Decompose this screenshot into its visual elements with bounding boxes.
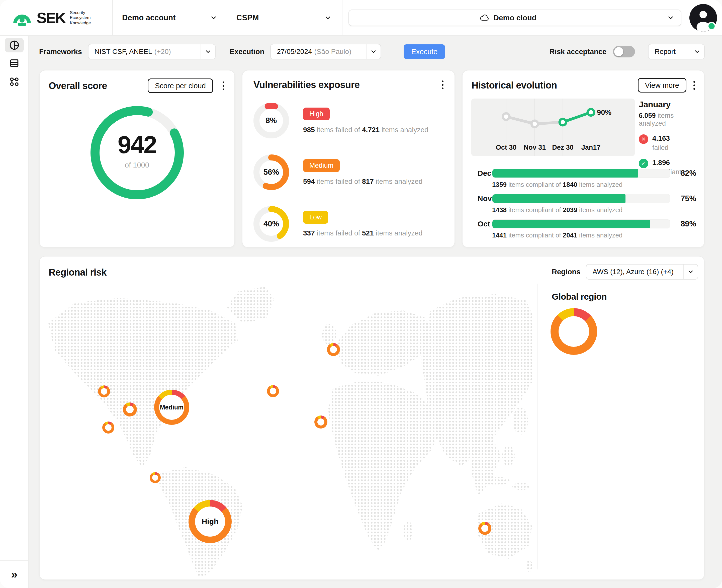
month-label: Dec — [477, 169, 492, 177]
severity-info: High 985 items failed of 4.721 items ana… — [303, 108, 428, 134]
legend-month: January — [639, 100, 699, 109]
month-caption: 1441 items compliant of 2041 items analy… — [492, 231, 696, 239]
marker-label: High — [195, 506, 225, 537]
risk-acceptance-toggle[interactable] — [613, 46, 635, 58]
vulnerabilities-card: Vulnerabilities exposure 8% High 985 ite… — [242, 70, 455, 248]
avatar[interactable] — [688, 3, 718, 33]
execute-button[interactable]: Execute — [404, 44, 445, 59]
toggle-knob — [614, 47, 623, 56]
brand-tagline: Security Ecosystem Knowledge — [70, 10, 91, 25]
sidebar-item-dashboard[interactable] — [5, 38, 24, 52]
region-risk-marker[interactable] — [314, 416, 327, 428]
kebab-menu-icon[interactable] — [691, 79, 698, 92]
severity-badge: Low — [303, 211, 328, 224]
month-label: Oct — [477, 220, 492, 228]
severity-badge: Medium — [303, 159, 340, 172]
marker-label — [481, 525, 488, 532]
table-rows-icon — [8, 58, 20, 69]
compliant-icon: ✓ — [639, 159, 648, 168]
cloud-name: Demo cloud — [493, 14, 536, 22]
progress-fill — [492, 169, 638, 177]
brand-logo[interactable]: SEK Security Ecosystem Knowledge — [12, 0, 91, 36]
svg-text:Nov 31: Nov 31 — [524, 144, 546, 151]
card-title: Overall score — [49, 81, 107, 91]
regions-select[interactable]: AWS (12), Azure (16) (+4) — [586, 264, 698, 279]
region-risk-marker[interactable] — [150, 472, 161, 483]
global-region-donut — [551, 308, 597, 355]
history-line-chart: Oct 30Nov 31Dez 30Jan1790% — [471, 99, 635, 156]
sidebar-item-graph[interactable] — [0, 76, 28, 87]
region-risk-marker[interactable] — [478, 522, 491, 535]
header-divider — [112, 0, 113, 35]
region-risk-marker[interactable] — [102, 421, 114, 434]
svg-text:Jan17: Jan17 — [581, 144, 601, 151]
sek-arch-logo-icon — [12, 9, 32, 27]
marker-label — [101, 388, 107, 395]
panel-divider — [537, 284, 537, 569]
view-more-button[interactable]: View more — [638, 78, 686, 92]
card-title: Vulnerabilities exposure — [253, 80, 360, 90]
month-label: Nov — [477, 194, 492, 203]
brand-name: SEK — [37, 9, 65, 26]
overall-score-donut: 942 of 1000 — [90, 106, 184, 200]
severity-stats: 594 items failed of 817 items analyzed — [303, 177, 422, 186]
risk-acceptance-label: Risk acceptance — [550, 48, 607, 56]
vulnerability-row: 40% Low 337 items failed of 521 items an… — [253, 206, 454, 242]
report-select[interactable]: Report — [648, 44, 705, 59]
kebab-menu-icon[interactable] — [220, 80, 227, 92]
kebab-menu-icon[interactable] — [439, 79, 446, 91]
region-risk-marker[interactable] — [327, 343, 340, 356]
module-name: CSPM — [236, 13, 259, 22]
svg-text:Oct 30: Oct 30 — [496, 144, 517, 151]
sidebar-expand-button[interactable]: » — [0, 567, 28, 581]
pie-chart-icon — [8, 39, 20, 51]
account-name: Demo account — [122, 13, 176, 22]
app-window: SEK Security Ecosystem Knowledge Demo ac… — [0, 0, 722, 588]
region-risk-marker[interactable] — [123, 402, 137, 417]
overall-score-card: Overall score Score per cloud 942 of 100… — [39, 70, 235, 248]
vulnerability-row: 8% High 985 items failed of 4.721 items … — [253, 103, 454, 139]
severity-stats: 337 items failed of 521 items analyzed — [303, 229, 422, 237]
chevron-down-icon — [687, 268, 694, 275]
header-divider — [227, 0, 227, 35]
severity-donut: 8% — [253, 103, 289, 139]
vulnerability-rows: 8% High 985 items failed of 4.721 items … — [253, 103, 454, 242]
month-caption: 1359 items compliant of 1840 items analy… — [492, 181, 696, 189]
severity-info: Medium 594 items failed of 817 items ana… — [303, 159, 422, 186]
progress-fill — [492, 194, 625, 203]
cloud-icon — [479, 14, 489, 22]
sidebar-item-table[interactable] — [0, 58, 28, 69]
regional-risk-card: Regional risk — [39, 256, 705, 580]
chevron-down-icon — [205, 48, 212, 55]
region-risk-marker[interactable] — [267, 385, 279, 397]
region-risk-marker[interactable] — [98, 385, 110, 397]
month-progress: Oct 89% 1441 items compliant of 2041 ite… — [471, 219, 696, 239]
execution-select[interactable]: 27/05/2024 (São Paulo) — [270, 44, 381, 59]
marker-label: Medium — [159, 395, 184, 420]
account-dropdown[interactable]: Demo account — [122, 0, 217, 35]
severity-donut: 40% — [253, 206, 289, 242]
failed-icon: ✕ — [639, 134, 648, 144]
month-caption: 1438 items compliant of 2039 items analy… — [492, 206, 696, 214]
cloud-selector[interactable]: Demo cloud — [348, 9, 681, 26]
progress-track — [492, 169, 670, 178]
severity-badge: High — [303, 108, 330, 120]
module-dropdown[interactable]: CSPM — [236, 0, 332, 35]
month-percent: 75% — [670, 194, 696, 203]
svg-text:90%: 90% — [597, 108, 612, 116]
month-progress: Nov 75% 1438 items compliant of 2039 ite… — [471, 194, 696, 214]
main-content: Frameworks NIST CSF, ANEEL (+20) Executi… — [28, 36, 722, 588]
marker-label — [330, 346, 337, 353]
progress-track — [492, 219, 670, 228]
chevron-down-icon — [694, 48, 701, 55]
region-risk-marker[interactable]: High — [189, 500, 232, 543]
marker-label — [105, 424, 111, 431]
chevron-down-icon — [370, 48, 377, 55]
global-region-title: Global region — [552, 292, 607, 302]
historical-evolution-card: Historical evolution View more Oct 30Nov… — [462, 70, 705, 248]
region-risk-marker[interactable]: Medium — [154, 390, 189, 425]
score-per-cloud-button[interactable]: Score per cloud — [148, 79, 213, 93]
card-title: Historical evolution — [471, 80, 557, 91]
regions-label: Regions — [552, 268, 580, 276]
frameworks-select[interactable]: NIST CSF, ANEEL (+20) — [88, 44, 216, 59]
